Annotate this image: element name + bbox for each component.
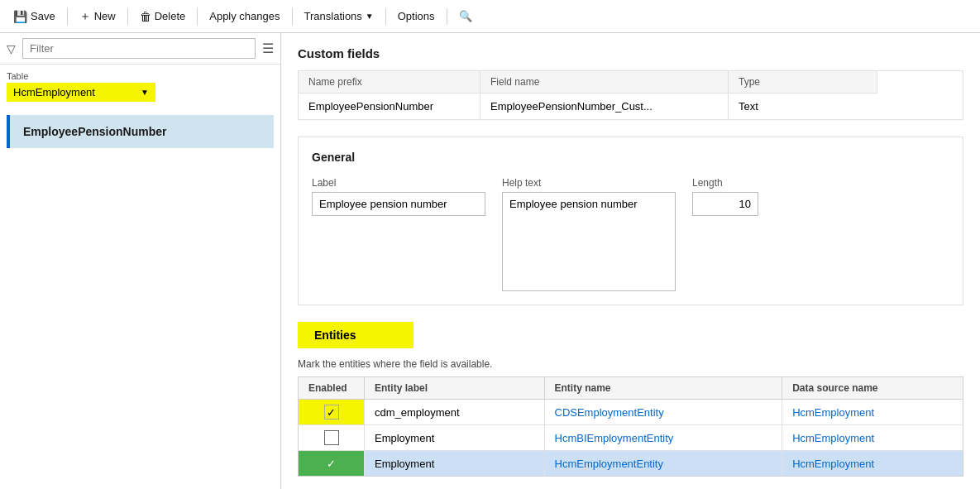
cf-header-type: Type (729, 71, 877, 93)
entity-name-link-1[interactable]: CDSEmploymentEntity (555, 406, 664, 419)
th-data-source-name: Data source name (782, 377, 963, 400)
separator-1 (67, 8, 68, 25)
checkbox-unchecked-icon[interactable] (324, 430, 339, 445)
separator-3 (197, 8, 198, 25)
left-panel-toolbar: ▽ ☰ (0, 33, 280, 65)
label-field-group: Label (312, 177, 485, 216)
help-text-input[interactable]: Employee pension number (502, 192, 676, 291)
main-toolbar: 💾 Save ＋ New 🗑 Delete Apply changes Tran… (0, 0, 980, 33)
new-icon: ＋ (79, 9, 91, 24)
separator-5 (385, 8, 386, 25)
entities-subtitle: Mark the entities where the field is ava… (298, 358, 963, 370)
search-button[interactable]: 🔍 (452, 7, 479, 26)
help-text-label: Help text (502, 177, 676, 189)
table-select[interactable]: HcmEmployment ▼ (7, 83, 155, 102)
new-button[interactable]: ＋ New (73, 6, 122, 27)
th-enabled: Enabled (299, 377, 365, 400)
entity-name-link-3[interactable]: HcmEmploymentEntity (555, 458, 663, 470)
options-button[interactable]: Options (391, 7, 442, 26)
label-input[interactable] (312, 192, 485, 216)
help-text-field-group: Help text Employee pension number (502, 177, 676, 291)
enabled-cell-2[interactable] (299, 425, 365, 451)
menu-icon[interactable]: ☰ (262, 41, 274, 56)
general-fields: Label Help text Employee pension number … (312, 177, 949, 291)
data-source-cell-1: HcmEmployment (782, 400, 963, 425)
enabled-cell-1[interactable]: ✓ (299, 400, 365, 425)
data-source-cell-2: HcmEmployment (782, 425, 963, 451)
translations-button[interactable]: Translations ▼ (298, 7, 380, 26)
filter-input[interactable] (22, 38, 256, 59)
filter-icon: ▽ (7, 42, 16, 55)
separator-2 (127, 8, 128, 25)
checkbox-checked-yellow-icon[interactable]: ✓ (324, 405, 339, 419)
entity-name-cell-3: HcmEmploymentEntity (544, 451, 782, 477)
entity-name-cell-2: HcmBIEmploymentEntity (544, 425, 782, 451)
field-list-item[interactable]: EmployeePensionNumber (7, 115, 274, 148)
checkbox-checked-green-icon[interactable]: ✓ (324, 456, 339, 471)
data-source-cell-3: HcmEmployment (782, 451, 963, 477)
cf-header-name-prefix: Name prefix (299, 71, 480, 93)
delete-button[interactable]: 🗑 Delete (133, 7, 193, 26)
cf-cell-name-prefix: EmployeePensionNumber (299, 93, 480, 119)
entity-label-cell-3: Employment (365, 451, 545, 477)
th-entity-name: Entity name (544, 377, 782, 400)
th-entity-label: Entity label (365, 377, 545, 400)
enabled-cell-3[interactable]: ✓ (299, 451, 365, 477)
left-panel: ▽ ☰ Table HcmEmployment ▼ EmployeePensio… (0, 33, 281, 489)
table-row: Employment HcmBIEmploymentEntity HcmEmpl… (299, 425, 963, 451)
apply-changes-button[interactable]: Apply changes (203, 7, 286, 26)
delete-icon: 🗑 (140, 10, 151, 23)
field-item-name: EmployeePensionNumber (23, 125, 167, 138)
entities-table: Enabled Entity label Entity name Data so… (298, 376, 963, 477)
general-title: General (312, 151, 949, 164)
table-selector-wrapper: Table HcmEmployment ▼ (7, 71, 274, 102)
length-field-group: Length (692, 177, 758, 216)
general-section: General Label Help text Employee pension… (298, 137, 963, 305)
save-icon: 💾 (13, 10, 27, 23)
length-input[interactable] (692, 192, 758, 216)
separator-4 (292, 8, 293, 25)
entity-label-cell-2: Employment (365, 425, 545, 451)
dropdown-arrow-icon: ▼ (141, 88, 149, 97)
table-row: ✓ Employment HcmEmploymentEntity HcmEmpl… (299, 451, 963, 477)
data-source-link-2[interactable]: HcmEmployment (792, 432, 874, 444)
entity-name-cell-1: CDSEmploymentEntity (544, 400, 782, 425)
entities-table-header-row: Enabled Entity label Entity name Data so… (299, 377, 963, 400)
main-layout: ▽ ☰ Table HcmEmployment ▼ EmployeePensio… (0, 33, 980, 489)
entity-name-link-2[interactable]: HcmBIEmploymentEntity (555, 432, 674, 444)
table-select-value: HcmEmployment (13, 86, 95, 98)
table-label: Table (7, 71, 274, 81)
cf-cell-field-name: EmployeePensionNumber_Cust... (480, 93, 729, 119)
custom-fields-grid: Name prefix Field name Type EmployeePens… (298, 70, 963, 120)
cf-header-field-name: Field name (480, 71, 729, 93)
table-row: ✓ cdm_employment CDSEmploymentEntity Hcm… (299, 400, 963, 425)
entities-header: Entities (298, 322, 414, 348)
right-panel: Custom fields Name prefix Field name Typ… (281, 33, 980, 489)
chevron-down-icon: ▼ (366, 12, 374, 21)
left-panel-content: Table HcmEmployment ▼ EmployeePensionNum… (0, 65, 280, 155)
label-field-label: Label (312, 177, 485, 189)
data-source-link-3[interactable]: HcmEmployment (792, 458, 874, 470)
search-icon: 🔍 (459, 10, 472, 22)
separator-6 (447, 8, 447, 25)
entities-section: Entities Mark the entities where the fie… (298, 322, 963, 477)
custom-fields-title: Custom fields (298, 46, 963, 60)
length-label: Length (692, 177, 758, 189)
entity-label-cell-1: cdm_employment (365, 400, 545, 425)
save-button[interactable]: 💾 Save (7, 7, 62, 26)
cf-cell-type: Text (729, 93, 877, 119)
data-source-link-1[interactable]: HcmEmployment (792, 406, 874, 419)
